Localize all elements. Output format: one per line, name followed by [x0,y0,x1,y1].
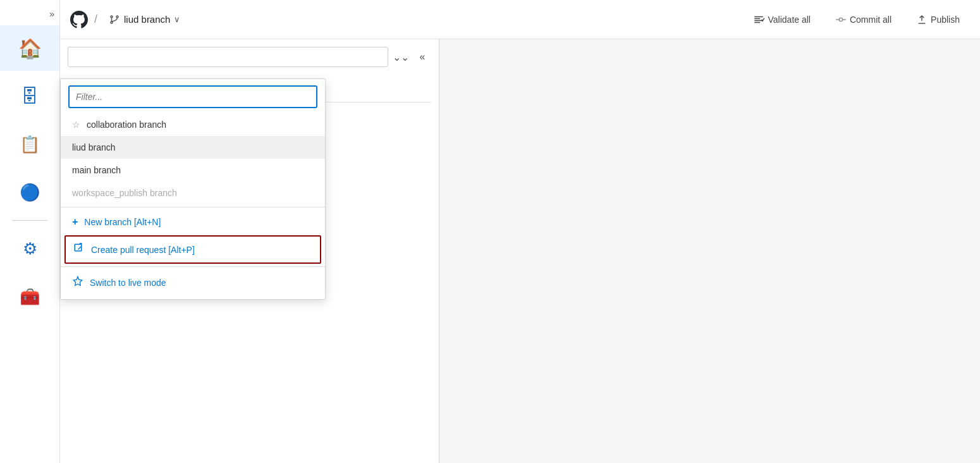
dropdown-item-new-branch[interactable]: + New branch [Alt+N] [61,210,325,234]
sidebar-item-tools[interactable]: 🧰 [0,274,59,319]
commit-icon [836,15,846,25]
documents-icon: 📋 [20,135,40,154]
collab-branch-label: collaboration branch [87,120,166,130]
branch-selector[interactable]: liud branch ∨ [104,11,185,28]
live-mode-icon [72,276,83,289]
main-branch-label: main branch [72,165,121,175]
switch-live-label: Switch to live mode [90,278,166,288]
dropdown-item-collab[interactable]: ☆ collaboration branch [61,113,325,136]
plus-icon: + [72,216,78,228]
database-icon: 🗄 [21,86,39,107]
topbar: / liud branch ∨ Validate all [60,0,980,39]
expand-icon: » [49,9,54,19]
svg-point-1 [116,16,118,18]
sidebar-item-database[interactable]: 🗄 [0,73,59,119]
main-content: / liud branch ∨ Validate all [60,0,980,463]
pull-request-label: Create pull request [Alt+P] [91,245,195,255]
liud-branch-label: liud branch [72,142,116,152]
dropdown-item-workspace: workspace_publish branch [61,182,325,204]
dropdown-menu-container: ☆ collaboration branch liud branch main … [60,78,326,300]
validate-icon [753,14,764,25]
sidebar-expand-button[interactable]: » [0,5,59,23]
dropdown-item-switch-live[interactable]: Switch to live mode [61,269,325,295]
double-left-button[interactable]: « [413,48,431,66]
dropdown-divider-1 [61,207,325,207]
double-down-button[interactable]: ⌄⌄ [392,48,410,66]
sidebar-divider [12,220,47,221]
content-area: ⌄⌄ « 5 ☆ collaboration branch [60,39,980,463]
tools-icon: 🧰 [20,287,40,307]
publish-button[interactable]: Publish [907,9,970,30]
publish-icon [917,15,927,25]
sidebar-item-pipeline[interactable]: 🔵 [0,170,59,215]
commit-all-button[interactable]: Commit all [826,9,902,30]
pipeline-icon: 🔵 [20,183,40,202]
branch-dropdown: ☆ collaboration branch liud branch main … [60,78,326,300]
filter-input[interactable] [68,85,317,108]
home-icon: 🏠 [18,37,42,59]
monitor-icon: ⚙ [23,239,37,259]
github-icon [70,11,88,28]
dropdown-item-liud[interactable]: liud branch [61,136,325,159]
validate-all-label: Validate all [768,15,811,25]
dropdown-divider-2 [61,266,325,267]
branch-name-label: liud branch [124,14,170,25]
sidebar-item-documents[interactable]: 📋 [0,121,59,167]
workspace-branch-label: workspace_publish branch [72,188,177,198]
publish-label: Publish [931,15,960,25]
svg-point-8 [839,18,842,21]
right-panel [439,39,980,463]
branch-icon [109,14,120,25]
panel-toolbar: ⌄⌄ « [68,47,431,67]
chevron-down-icon: ∨ [174,15,180,24]
new-branch-label: New branch [Alt+N] [84,217,161,227]
sidebar-item-home[interactable]: 🏠 [0,25,59,71]
sidebar: » 🏠 🗄 📋 🔵 ⚙ 🧰 [0,0,60,463]
dropdown-item-pull-request[interactable]: Create pull request [Alt+P] [64,235,321,264]
path-separator: / [94,13,97,26]
dropdown-item-main[interactable]: main branch [61,159,325,182]
validate-all-button[interactable]: Validate all [743,9,821,30]
pull-request-icon [73,243,85,256]
sidebar-item-monitor[interactable]: ⚙ [0,226,59,271]
panel-search-input[interactable] [68,47,388,67]
dropdown-filter-container [68,85,317,108]
commit-all-label: Commit all [850,15,891,25]
svg-point-0 [111,16,113,18]
svg-line-13 [78,246,82,249]
star-icon: ☆ [72,120,80,130]
